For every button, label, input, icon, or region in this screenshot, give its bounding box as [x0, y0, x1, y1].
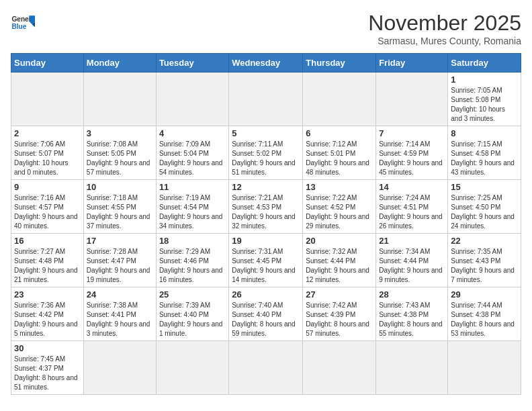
day-number: 20	[306, 236, 373, 246]
day-number: 14	[379, 182, 445, 192]
calendar-week-2: 2Sunrise: 7:06 AM Sunset: 5:07 PM Daylig…	[11, 126, 521, 180]
col-wednesday: Wednesday	[229, 54, 303, 73]
day-number: 16	[14, 236, 81, 246]
calendar-header: Sunday Monday Tuesday Wednesday Thursday…	[11, 54, 521, 73]
calendar-cell: 17Sunrise: 7:28 AM Sunset: 4:47 PM Dayli…	[83, 234, 156, 287]
col-thursday: Thursday	[303, 54, 376, 73]
month-title: November 2025	[368, 11, 521, 36]
day-number: 22	[451, 236, 518, 246]
day-number: 2	[14, 128, 81, 138]
calendar-cell: 23Sunrise: 7:36 AM Sunset: 4:42 PM Dayli…	[11, 287, 84, 341]
day-info: Sunrise: 7:12 AM Sunset: 5:01 PM Dayligh…	[306, 140, 373, 177]
day-number: 12	[232, 182, 300, 192]
calendar-cell	[83, 341, 156, 395]
calendar-cell: 6Sunrise: 7:12 AM Sunset: 5:01 PM Daylig…	[303, 126, 376, 180]
calendar-cell: 25Sunrise: 7:39 AM Sunset: 4:40 PM Dayli…	[156, 287, 228, 341]
calendar-body: 1Sunrise: 7:05 AM Sunset: 5:08 PM Daylig…	[11, 73, 521, 395]
calendar-cell: 29Sunrise: 7:44 AM Sunset: 4:38 PM Dayli…	[448, 287, 521, 341]
svg-text:Blue: Blue	[11, 23, 26, 30]
day-info: Sunrise: 7:11 AM Sunset: 5:02 PM Dayligh…	[232, 140, 300, 177]
day-number: 24	[87, 289, 153, 300]
day-info: Sunrise: 7:24 AM Sunset: 4:51 PM Dayligh…	[379, 193, 445, 231]
calendar-week-3: 9Sunrise: 7:16 AM Sunset: 4:57 PM Daylig…	[11, 180, 521, 234]
calendar-week-5: 23Sunrise: 7:36 AM Sunset: 4:42 PM Dayli…	[11, 287, 521, 341]
logo-icon: General Blue	[11, 11, 35, 35]
calendar-cell: 13Sunrise: 7:22 AM Sunset: 4:52 PM Dayli…	[303, 180, 376, 234]
calendar-cell: 22Sunrise: 7:35 AM Sunset: 4:43 PM Dayli…	[448, 234, 521, 287]
day-info: Sunrise: 7:19 AM Sunset: 4:54 PM Dayligh…	[159, 193, 226, 231]
day-number: 5	[232, 128, 300, 138]
calendar-cell	[229, 73, 303, 126]
day-number: 8	[451, 128, 518, 138]
calendar-cell: 5Sunrise: 7:11 AM Sunset: 5:02 PM Daylig…	[229, 126, 303, 180]
day-number: 7	[379, 128, 445, 138]
day-info: Sunrise: 7:45 AM Sunset: 4:37 PM Dayligh…	[14, 355, 81, 392]
calendar-week-4: 16Sunrise: 7:27 AM Sunset: 4:48 PM Dayli…	[11, 234, 521, 287]
calendar-cell: 24Sunrise: 7:38 AM Sunset: 4:41 PM Dayli…	[83, 287, 156, 341]
calendar-cell: 4Sunrise: 7:09 AM Sunset: 5:04 PM Daylig…	[156, 126, 228, 180]
calendar-cell: 26Sunrise: 7:40 AM Sunset: 4:40 PM Dayli…	[229, 287, 303, 341]
day-number: 11	[159, 182, 226, 192]
day-number: 18	[159, 236, 226, 246]
calendar-cell: 30Sunrise: 7:45 AM Sunset: 4:37 PM Dayli…	[11, 341, 84, 395]
calendar-table: Sunday Monday Tuesday Wednesday Thursday…	[11, 53, 521, 395]
calendar-cell	[156, 73, 228, 126]
day-info: Sunrise: 7:06 AM Sunset: 5:07 PM Dayligh…	[14, 140, 81, 177]
calendar-cell: 2Sunrise: 7:06 AM Sunset: 5:07 PM Daylig…	[11, 126, 84, 180]
header-row: Sunday Monday Tuesday Wednesday Thursday…	[11, 54, 521, 73]
day-info: Sunrise: 7:39 AM Sunset: 4:40 PM Dayligh…	[159, 301, 226, 338]
day-number: 21	[379, 236, 445, 246]
day-number: 15	[451, 182, 518, 192]
day-number: 28	[379, 289, 445, 300]
calendar-cell: 21Sunrise: 7:34 AM Sunset: 4:44 PM Dayli…	[376, 234, 448, 287]
calendar-cell: 12Sunrise: 7:21 AM Sunset: 4:53 PM Dayli…	[229, 180, 303, 234]
day-info: Sunrise: 7:36 AM Sunset: 4:42 PM Dayligh…	[14, 301, 81, 338]
calendar-cell: 11Sunrise: 7:19 AM Sunset: 4:54 PM Dayli…	[156, 180, 228, 234]
page-header: General Blue November 2025 Sarmasu, Mure…	[11, 11, 521, 46]
day-number: 1	[451, 75, 518, 85]
day-info: Sunrise: 7:29 AM Sunset: 4:46 PM Dayligh…	[159, 247, 226, 285]
day-info: Sunrise: 7:15 AM Sunset: 4:58 PM Dayligh…	[451, 140, 518, 177]
day-number: 30	[14, 343, 81, 353]
day-number: 17	[87, 236, 153, 246]
col-monday: Monday	[83, 54, 156, 73]
day-number: 27	[306, 289, 373, 300]
day-info: Sunrise: 7:38 AM Sunset: 4:41 PM Dayligh…	[87, 301, 153, 338]
calendar-cell: 8Sunrise: 7:15 AM Sunset: 4:58 PM Daylig…	[448, 126, 521, 180]
day-info: Sunrise: 7:44 AM Sunset: 4:38 PM Dayligh…	[451, 301, 518, 338]
calendar-week-1: 1Sunrise: 7:05 AM Sunset: 5:08 PM Daylig…	[11, 73, 521, 126]
calendar-week-6: 30Sunrise: 7:45 AM Sunset: 4:37 PM Dayli…	[11, 341, 521, 395]
day-info: Sunrise: 7:34 AM Sunset: 4:44 PM Dayligh…	[379, 247, 445, 285]
calendar-cell	[303, 73, 376, 126]
calendar-cell: 1Sunrise: 7:05 AM Sunset: 5:08 PM Daylig…	[448, 73, 521, 126]
day-number: 25	[159, 289, 226, 300]
day-info: Sunrise: 7:32 AM Sunset: 4:44 PM Dayligh…	[306, 247, 373, 285]
day-number: 4	[159, 128, 226, 138]
day-info: Sunrise: 7:40 AM Sunset: 4:40 PM Dayligh…	[232, 301, 300, 338]
day-info: Sunrise: 7:43 AM Sunset: 4:38 PM Dayligh…	[379, 301, 445, 338]
calendar-cell: 14Sunrise: 7:24 AM Sunset: 4:51 PM Dayli…	[376, 180, 448, 234]
calendar-cell: 16Sunrise: 7:27 AM Sunset: 4:48 PM Dayli…	[11, 234, 84, 287]
day-info: Sunrise: 7:21 AM Sunset: 4:53 PM Dayligh…	[232, 193, 300, 231]
calendar-cell	[376, 73, 448, 126]
day-number: 3	[87, 128, 153, 138]
col-friday: Friday	[376, 54, 448, 73]
day-info: Sunrise: 7:27 AM Sunset: 4:48 PM Dayligh…	[14, 247, 81, 285]
day-info: Sunrise: 7:22 AM Sunset: 4:52 PM Dayligh…	[306, 193, 373, 231]
col-tuesday: Tuesday	[156, 54, 228, 73]
day-info: Sunrise: 7:18 AM Sunset: 4:55 PM Dayligh…	[87, 193, 153, 231]
calendar-cell	[448, 341, 521, 395]
day-info: Sunrise: 7:05 AM Sunset: 5:08 PM Dayligh…	[451, 86, 518, 124]
day-number: 13	[306, 182, 373, 192]
day-number: 26	[232, 289, 300, 300]
day-info: Sunrise: 7:09 AM Sunset: 5:04 PM Dayligh…	[159, 140, 226, 177]
calendar-cell: 20Sunrise: 7:32 AM Sunset: 4:44 PM Dayli…	[303, 234, 376, 287]
calendar-cell: 19Sunrise: 7:31 AM Sunset: 4:45 PM Dayli…	[229, 234, 303, 287]
title-block: November 2025 Sarmasu, Mures County, Rom…	[368, 11, 521, 46]
calendar-cell	[156, 341, 228, 395]
day-info: Sunrise: 7:08 AM Sunset: 5:05 PM Dayligh…	[87, 140, 153, 177]
day-info: Sunrise: 7:16 AM Sunset: 4:57 PM Dayligh…	[14, 193, 81, 231]
calendar-cell: 7Sunrise: 7:14 AM Sunset: 4:59 PM Daylig…	[376, 126, 448, 180]
calendar-cell: 10Sunrise: 7:18 AM Sunset: 4:55 PM Dayli…	[83, 180, 156, 234]
day-number: 6	[306, 128, 373, 138]
